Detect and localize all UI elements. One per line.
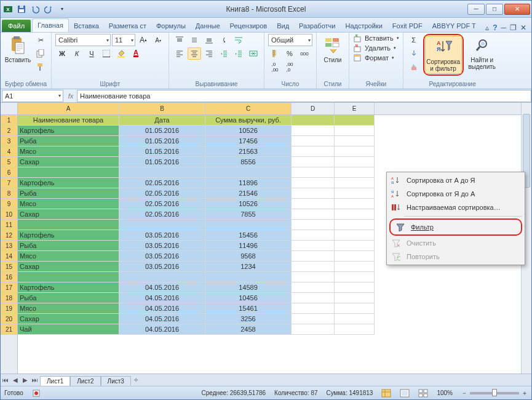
cell[interactable]: 02.05.2016 (119, 209, 205, 220)
orientation-icon[interactable]: ⤹ (217, 34, 231, 46)
row-header[interactable]: 8 (1, 188, 17, 199)
currency-icon[interactable] (268, 47, 282, 60)
view-pagebreak-icon[interactable] (418, 389, 428, 398)
cell[interactable]: 21546 (205, 188, 292, 199)
row-header[interactable]: 17 (1, 282, 17, 293)
cell[interactable]: 3256 (205, 314, 292, 324)
cell[interactable]: 17456 (205, 136, 292, 146)
row-header[interactable]: 9 (1, 199, 17, 209)
cell[interactable] (335, 126, 375, 136)
cell[interactable] (292, 126, 335, 136)
cell[interactable]: Мясо (18, 303, 119, 314)
grow-font-icon[interactable]: A▴ (137, 34, 150, 46)
row-header[interactable]: 21 (1, 324, 17, 335)
menu-filter[interactable]: Фильтр (391, 220, 520, 234)
row-header[interactable]: 13 (1, 241, 17, 251)
zoom-level[interactable]: 100% (437, 390, 453, 396)
minimize-button[interactable]: ─ (467, 4, 485, 15)
decrease-indent-icon[interactable] (217, 47, 231, 60)
menu-custom-sort[interactable]: Настраиваемая сортировка… (387, 201, 525, 214)
cell[interactable] (335, 167, 375, 178)
cell[interactable] (205, 272, 292, 282)
view-layout-icon[interactable] (400, 389, 410, 398)
cell[interactable] (335, 303, 375, 314)
italic-icon[interactable]: К (70, 47, 84, 60)
cell[interactable] (292, 178, 335, 188)
cell[interactable]: 21563 (205, 146, 292, 157)
save-icon[interactable] (15, 3, 28, 15)
cells-delete-button[interactable]: ×Удалить▾ (353, 44, 396, 52)
cell[interactable] (292, 209, 335, 220)
zoom-in-icon[interactable]: ＋ (522, 389, 528, 398)
cell[interactable]: 9568 (205, 251, 292, 262)
cell[interactable]: 15456 (205, 230, 292, 241)
cell[interactable] (335, 220, 375, 230)
cell[interactable] (335, 324, 375, 335)
styles-button[interactable]: Стили (320, 34, 345, 65)
increase-decimal-icon[interactable]: ,0,00 (268, 61, 282, 73)
ribbon-minimize-icon[interactable]: ▵ (485, 23, 489, 32)
cell[interactable]: Сахар (18, 262, 119, 272)
header-cell[interactable]: Сумма выручки, руб. (205, 115, 292, 126)
cell[interactable] (292, 241, 335, 251)
cell[interactable]: 04.05.2016 (119, 303, 205, 314)
row-header[interactable]: 1 (1, 115, 17, 126)
cell[interactable] (119, 220, 205, 230)
macro-record-icon[interactable] (32, 389, 41, 398)
cell[interactable] (335, 136, 375, 146)
col-E[interactable]: E (335, 103, 375, 114)
row-header[interactable]: 3 (1, 136, 17, 146)
cell[interactable]: 14589 (205, 282, 292, 293)
align-bottom-icon[interactable] (202, 34, 216, 46)
zoom-out-icon[interactable]: － (461, 389, 467, 398)
font-name-combo[interactable]: Calibri (55, 34, 111, 46)
cell[interactable]: 04.05.2016 (119, 282, 205, 293)
header-cell[interactable]: Наименование товара (18, 115, 119, 126)
tab-view[interactable]: Вид (272, 20, 294, 32)
cell[interactable] (335, 157, 375, 167)
clear-icon[interactable] (407, 61, 421, 73)
cell[interactable]: 11496 (205, 241, 292, 251)
cell[interactable] (335, 293, 375, 303)
cell[interactable] (292, 146, 335, 157)
new-sheet-icon[interactable]: ✧ (131, 377, 141, 383)
cell[interactable]: 10526 (205, 126, 292, 136)
row-header[interactable]: 10 (1, 209, 17, 220)
row-header[interactable]: 14 (1, 251, 17, 262)
view-normal-icon[interactable] (381, 389, 391, 398)
cell[interactable] (292, 167, 335, 178)
cell[interactable] (335, 199, 375, 209)
cell[interactable] (292, 262, 335, 272)
tab-nav-next[interactable]: ▶ (20, 377, 30, 383)
cell[interactable]: 10456 (205, 293, 292, 303)
cell[interactable]: 8556 (205, 157, 292, 167)
cell[interactable] (292, 188, 335, 199)
tab-review[interactable]: Рецензиров (225, 20, 272, 32)
cut-icon[interactable]: ✂ (34, 34, 47, 46)
cell[interactable]: Рыба (18, 241, 119, 251)
menu-sort-za[interactable]: ЯА Сортировка от Я до А (387, 187, 525, 201)
tab-nav-first[interactable]: ⏮ (1, 377, 10, 383)
row-header[interactable]: 4 (1, 146, 17, 157)
tab-insert[interactable]: Вставка (69, 20, 104, 32)
decrease-decimal-icon[interactable]: ,00,0 (283, 61, 296, 73)
doc-minimize-icon[interactable]: ─ (501, 23, 506, 32)
cell[interactable] (205, 220, 292, 230)
name-box[interactable]: A1 (2, 90, 63, 102)
cell[interactable] (335, 272, 375, 282)
cell[interactable]: 04.05.2016 (119, 293, 205, 303)
cell[interactable]: 04.05.2016 (119, 314, 205, 324)
cell[interactable]: 03.05.2016 (119, 241, 205, 251)
fill-color-icon[interactable] (114, 47, 128, 60)
cell[interactable]: Сахар (18, 314, 119, 324)
tab-abbyy[interactable]: ABBYY PDF T (427, 20, 481, 32)
row-header[interactable]: 15 (1, 262, 17, 272)
cell[interactable] (119, 272, 205, 282)
cell[interactable] (335, 188, 375, 199)
cell[interactable] (335, 241, 375, 251)
cell[interactable] (18, 272, 119, 282)
cell[interactable]: Картофель (18, 178, 119, 188)
sheet-tab-2[interactable]: Лист2 (70, 376, 100, 386)
cell[interactable]: Рыба (18, 188, 119, 199)
maximize-button[interactable]: □ (486, 4, 503, 15)
